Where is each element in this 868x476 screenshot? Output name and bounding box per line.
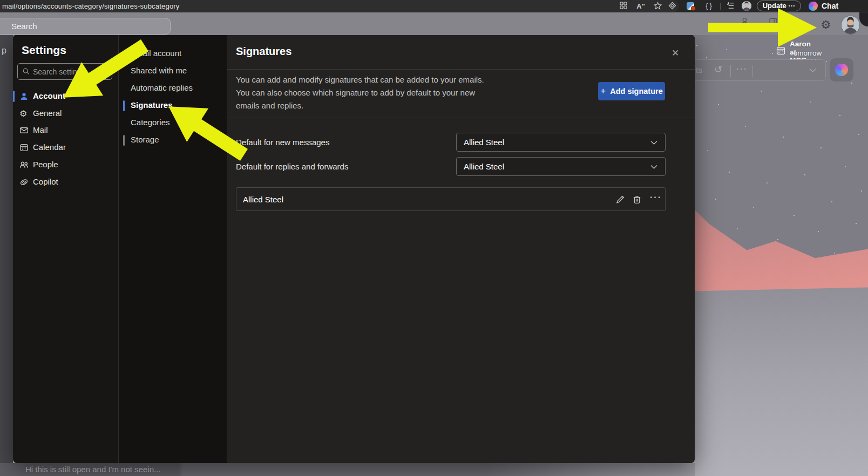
ribbon-text-fragment: ts	[696, 65, 702, 74]
default-new-messages-label: Default for new messages	[236, 138, 329, 147]
sidebar-item-label: Mail	[33, 125, 48, 134]
copilot-icon	[835, 64, 848, 76]
sidebar-item-label: People	[33, 160, 58, 169]
account-avatar[interactable]	[842, 16, 859, 34]
chevron-down-icon	[650, 165, 657, 169]
settings-subnav: Email account Shared with me Automatic r…	[119, 35, 227, 463]
person-icon	[19, 92, 29, 101]
copilot-button[interactable]	[830, 58, 853, 81]
subnav-item-label: Shared with me	[131, 66, 187, 75]
update-more: ···	[788, 2, 795, 10]
screen: mail/options/accounts-category/signature…	[0, 0, 868, 476]
sidebar-item-copilot[interactable]: Copilot	[13, 174, 119, 191]
subnav-item-shared-with-me[interactable]: Shared with me	[119, 63, 227, 79]
gear-icon: ⚙	[19, 109, 29, 118]
sidebar-item-calendar[interactable]: Calendar	[13, 139, 119, 156]
background-text-fragment: p	[2, 46, 6, 56]
ribbon-divider	[752, 65, 753, 77]
sidebar-item-label: Calendar	[33, 142, 66, 152]
extension-badge	[691, 6, 696, 11]
settings-gear-icon[interactable]: ⚙	[819, 18, 832, 31]
page-title: Signatures	[236, 45, 291, 58]
extensions-puzzle-icon[interactable]: { }	[704, 2, 714, 11]
sidebar-item-label: Copilot	[33, 177, 58, 186]
people-icon	[19, 160, 29, 169]
favorites-star-icon[interactable]	[653, 2, 662, 11]
favorites-hub-icon[interactable]	[725, 2, 735, 11]
settings-dialog: Settings Account ⚙ General	[13, 35, 695, 463]
selection-indicator	[13, 91, 15, 102]
browser-update-button[interactable]: Update ···	[757, 1, 801, 11]
sidebar-item-mail[interactable]: Mail	[13, 122, 119, 139]
chevron-down-icon[interactable]	[809, 68, 816, 73]
signature-list-item[interactable]: Allied Steel ···	[236, 187, 666, 211]
default-new-messages-dropdown[interactable]: Allied Steel	[456, 133, 666, 152]
sidebar-item-general[interactable]: ⚙ General	[13, 105, 119, 122]
collections-icon[interactable]	[667, 2, 677, 11]
background-left-strip: p	[0, 35, 13, 463]
ribbon-divider	[708, 65, 708, 77]
sidebar-item-people[interactable]: People	[13, 157, 119, 173]
apps-grid-icon[interactable]	[619, 2, 628, 11]
address-bar[interactable]: mail/options/accounts-category/signature…	[0, 0, 679, 12]
default-replies-dropdown[interactable]: Allied Steel	[456, 157, 666, 176]
default-replies-label: Default for replies and forwards	[236, 162, 348, 171]
subnav-item-automatic-replies[interactable]: Automatic replies	[119, 80, 227, 97]
chevron-down-icon	[650, 140, 657, 145]
scroll-marker	[123, 135, 125, 146]
search-icon	[22, 67, 30, 75]
edit-pencil-icon[interactable]	[614, 194, 625, 205]
delete-trash-icon[interactable]	[632, 194, 642, 205]
header-person-icon[interactable]	[741, 17, 750, 28]
copilot-icon[interactable]	[809, 2, 818, 11]
toolbar-divider	[720, 3, 721, 10]
divider	[227, 69, 695, 70]
header-panel-icon[interactable]	[769, 17, 778, 28]
subnav-item-storage[interactable]: Storage	[119, 132, 227, 148]
subnav-item-label: Signatures	[131, 100, 173, 110]
signatures-panel: Signatures ✕ You can add and modify sign…	[227, 35, 695, 463]
browser-toolbar: mail/options/accounts-category/signature…	[0, 0, 868, 12]
more-options-icon[interactable]: ···	[736, 64, 748, 73]
copilot-chat-button[interactable]: Chat	[822, 2, 838, 10]
subnav-item-email-account[interactable]: Email account	[119, 46, 227, 62]
panel-description: You can add and modify signatures that c…	[236, 73, 489, 112]
update-label: Update	[763, 2, 786, 10]
add-signature-button[interactable]: +Add signature	[598, 82, 665, 100]
sidebar-item-account[interactable]: Account	[13, 88, 119, 105]
app-header: ⚙	[0, 12, 868, 35]
settings-search-box[interactable]	[17, 63, 112, 80]
divider	[227, 118, 695, 118]
ribbon-divider	[730, 65, 731, 77]
copilot-icon	[19, 178, 29, 187]
more-options-icon[interactable]: ···	[650, 193, 661, 203]
sidebar-item-label: General	[33, 108, 62, 118]
extension-icon[interactable]	[687, 2, 694, 10]
message-snippet: Hi this is still open and I'm not seein.…	[25, 465, 160, 474]
plus-icon: +	[600, 86, 606, 96]
mail-icon	[19, 126, 29, 135]
subnav-item-signatures[interactable]: Signatures	[119, 98, 227, 114]
read-aloud-icon[interactable]: A″	[636, 2, 646, 11]
wallpaper-stars	[696, 45, 697, 46]
calendar-icon	[19, 143, 29, 152]
subnav-item-label: Email account	[131, 49, 181, 58]
background-ribbon: ts ↺ ···	[674, 59, 826, 81]
dropdown-value: Allied Steel	[464, 138, 504, 147]
dropdown-value: Allied Steel	[464, 162, 504, 171]
close-icon[interactable]: ✕	[669, 47, 681, 59]
subnav-item-label: Categories	[131, 118, 170, 127]
undo-icon[interactable]: ↺	[714, 64, 722, 76]
selection-indicator	[123, 100, 125, 111]
app-search-box[interactable]	[0, 18, 171, 35]
background-message-list: Hi this is still open and I'm not seein.…	[0, 463, 695, 476]
settings-dialog-title: Settings	[22, 44, 66, 57]
calendar-icon	[776, 46, 785, 55]
settings-sidebar: Settings Account ⚙ General	[13, 35, 119, 463]
settings-search-input[interactable]	[33, 64, 109, 79]
sidebar-item-label: Account	[33, 91, 65, 100]
browser-profile-avatar[interactable]	[742, 1, 751, 11]
subnav-item-categories[interactable]: Categories	[119, 115, 227, 131]
app-search-input[interactable]	[11, 18, 162, 34]
url-text: mail/options/accounts-category/signature…	[2, 2, 180, 10]
